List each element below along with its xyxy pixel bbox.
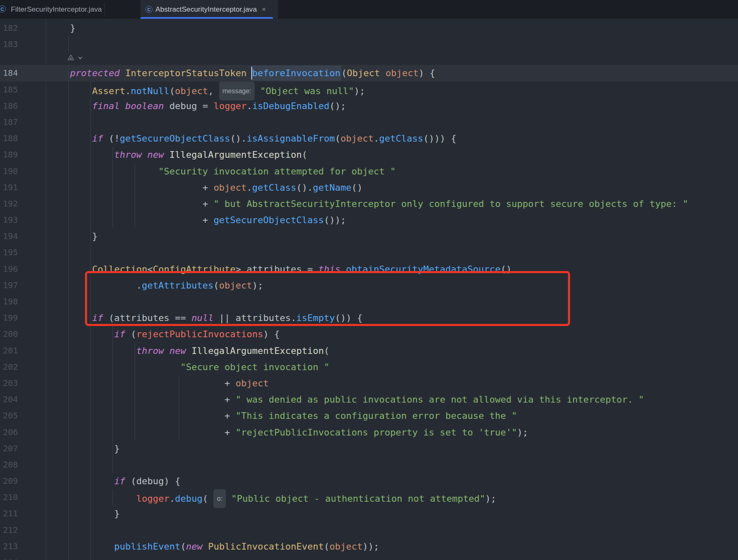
line-number[interactable]: 194 — [0, 228, 38, 244]
indent-guide — [68, 114, 69, 130]
code-line[interactable]: 198 — [0, 294, 738, 310]
code-text: "Security invocation attempted for objec… — [48, 163, 395, 179]
code-line[interactable]: 187 — [0, 114, 738, 130]
line-number[interactable]: 191 — [0, 179, 38, 196]
line-number[interactable]: 208 — [0, 457, 38, 473]
line-number[interactable]: 212 — [0, 522, 38, 538]
line-number[interactable]: 198 — [0, 294, 38, 310]
line-number[interactable]: 183 — [0, 36, 38, 52]
code-line[interactable]: 188 if (!getSecureObjectClass().isAssign… — [0, 130, 738, 147]
line-number[interactable]: 213 — [0, 538, 38, 555]
code-line[interactable]: 192 + " but AbstractSecurityInterceptor … — [0, 196, 738, 212]
line-number[interactable]: 190 — [0, 163, 38, 179]
code-editor[interactable]: 182 }183184 protected InterceptorStatusT… — [0, 19, 738, 560]
tab-abstract-security-interceptor[interactable]: C AbstractSecurityInterceptor.java × — [140, 0, 278, 19]
code-line[interactable]: 212 — [0, 522, 738, 538]
tab-separator — [104, 2, 105, 16]
code-line[interactable]: 191 + object.getClass().getName() — [0, 179, 738, 196]
tab-label: FilterSecurityInterceptor.java — [11, 5, 102, 14]
tab-label: AbstractSecurityInterceptor.java — [155, 5, 257, 14]
indent-guide — [90, 244, 91, 261]
line-number[interactable]: 206 — [0, 424, 38, 441]
editor-tab-bar: C FilterSecurityInterceptor.java C Abstr… — [0, 0, 738, 19]
code-line[interactable]: 189 throw new IllegalArgumentException( — [0, 147, 738, 163]
code-line[interactable]: 203 + object — [0, 375, 738, 391]
java-class-icon: C — [145, 6, 153, 13]
code-line[interactable]: 214 — [0, 555, 738, 560]
line-number[interactable]: 207 — [0, 441, 38, 457]
code-line[interactable]: 208 — [0, 457, 738, 473]
code-text: } — [48, 228, 98, 244]
line-number[interactable]: 202 — [0, 359, 38, 375]
code-text: Collection<ConfigAttribute> attributes =… — [48, 261, 512, 277]
indent-guide — [68, 457, 69, 473]
line-number[interactable]: 197 — [0, 277, 38, 294]
indent-guide — [90, 555, 91, 560]
code-line[interactable]: 197 .getAttributes(object); — [0, 277, 738, 294]
code-line[interactable]: 205 + "This indicates a configuration er… — [0, 408, 738, 424]
ai-logo-icon — [67, 54, 75, 62]
code-line[interactable]: 196 Collection<ConfigAttribute> attribut… — [0, 261, 738, 277]
indent-guide — [113, 457, 113, 473]
line-number[interactable]: 205 — [0, 408, 38, 424]
code-line[interactable]: 195 — [0, 244, 738, 261]
line-number[interactable]: 211 — [0, 505, 38, 522]
line-number[interactable]: 203 — [0, 375, 38, 391]
code-lines-container: 182 }183184 protected InterceptorStatusT… — [0, 20, 738, 560]
line-number[interactable]: 189 — [0, 147, 38, 163]
line-number[interactable]: 186 — [0, 98, 38, 114]
code-line[interactable]: 209 if (debug) { — [0, 473, 738, 489]
code-line[interactable]: 194 } — [0, 228, 738, 244]
line-number[interactable]: 214 — [0, 555, 38, 560]
code-line[interactable]: 204 + " was denied as public invocations… — [0, 391, 738, 408]
line-number[interactable]: 209 — [0, 473, 38, 489]
line-number[interactable]: 210 — [0, 489, 38, 505]
code-line[interactable]: 210 logger.debug( o: "Public object - au… — [0, 489, 738, 505]
caret-token: beforeInvocation — [252, 65, 341, 81]
line-number[interactable]: 200 — [0, 326, 38, 342]
line-number[interactable]: 188 — [0, 130, 38, 147]
line-number[interactable]: 184 — [0, 65, 38, 81]
code-text: "Secure object invocation " — [48, 359, 330, 375]
line-number[interactable]: 182 — [0, 20, 38, 36]
code-text: if (!getSecureObjectClass().isAssignable… — [48, 130, 456, 147]
java-class-icon: C — [0, 5, 6, 12]
code-line[interactable]: 206 + "rejectPublicInvocations property … — [0, 424, 738, 441]
code-line[interactable]: 199 if (attributes == null || attributes… — [0, 310, 738, 326]
line-number[interactable]: 204 — [0, 391, 38, 408]
chevron-down-icon[interactable] — [78, 55, 83, 61]
ai-inlay-widget[interactable] — [67, 54, 83, 62]
code-text: throw new IllegalArgumentException( — [48, 147, 308, 163]
indent-guide — [90, 522, 91, 538]
line-number[interactable]: 201 — [0, 343, 38, 359]
code-text: } — [48, 505, 120, 522]
code-line[interactable]: 185 Assert.notNull(object, message: "Obj… — [0, 82, 738, 98]
code-text: + getSecureObjectClass()); — [48, 212, 346, 228]
line-number[interactable]: 185 — [0, 82, 38, 98]
line-number[interactable]: 196 — [0, 261, 38, 277]
line-number[interactable]: 192 — [0, 196, 38, 212]
close-tab-icon[interactable]: × — [261, 6, 267, 13]
code-line[interactable]: 200 if (rejectPublicInvocations) { — [0, 326, 738, 342]
code-line[interactable]: 183 — [0, 36, 738, 52]
code-line[interactable]: 211 } — [0, 505, 738, 522]
line-number[interactable]: 187 — [0, 114, 38, 130]
code-line[interactable]: 184 protected InterceptorStatusToken bef… — [0, 65, 738, 81]
code-text: if (rejectPublicInvocations) { — [48, 326, 280, 342]
code-line[interactable]: 190 "Security invocation attempted for o… — [0, 163, 738, 179]
code-line[interactable]: 182 } — [0, 20, 738, 36]
line-number[interactable]: 195 — [0, 244, 38, 261]
code-line[interactable]: 201 throw new IllegalArgumentException( — [0, 343, 738, 359]
line-number[interactable]: 193 — [0, 212, 38, 228]
code-text: } — [48, 441, 120, 457]
tab-filter-security-interceptor[interactable]: C FilterSecurityInterceptor.java — [0, 0, 115, 19]
code-line[interactable]: 186 final boolean debug = logger.isDebug… — [0, 98, 738, 114]
code-line[interactable]: 193 + getSecureObjectClass()); — [0, 212, 738, 228]
indent-guide — [68, 36, 69, 52]
code-text: protected InterceptorStatusToken beforeI… — [48, 65, 435, 81]
line-number[interactable]: 199 — [0, 310, 38, 326]
code-line[interactable]: 213 publishEvent(new PublicInvocationEve… — [0, 538, 738, 555]
code-line[interactable]: 207 } — [0, 441, 738, 457]
code-text: .getAttributes(object); — [48, 277, 263, 294]
code-line[interactable]: 202 "Secure object invocation " — [0, 359, 738, 375]
